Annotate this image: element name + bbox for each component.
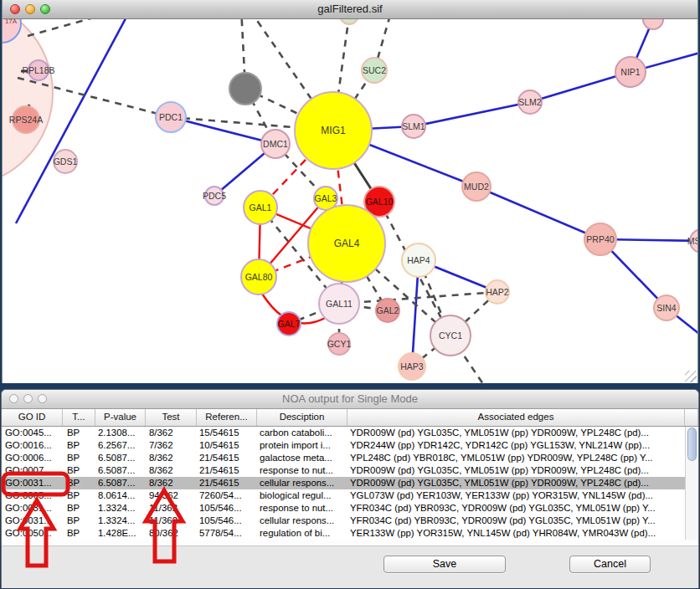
cell-description: carbon cataboli... xyxy=(257,427,347,439)
column-header-t-[interactable]: T... xyxy=(63,409,95,426)
cell-associated_edges: YDR244W (pp) YDR142C, YDR142C (pp) YGL15… xyxy=(347,439,687,452)
resize-grip[interactable] xyxy=(685,371,697,382)
cell-associated_edges: YFR034C (pd) YBR093C, YDR009W (pd) YGL03… xyxy=(347,515,687,527)
cell-test: 7/362 xyxy=(146,439,197,452)
node-label-SUC2: SUC2 xyxy=(363,65,386,75)
minimize-button[interactable] xyxy=(25,4,35,14)
table-row[interactable]: GO:0006...BP6.5087...8/36221/54615galact… xyxy=(2,452,687,464)
noa-window-titlebar[interactable]: NOA output for Single Mode xyxy=(2,390,698,409)
node-label-PDC5: PDC5 xyxy=(203,191,226,201)
cell-t: BP xyxy=(63,502,95,515)
table-row[interactable]: GO:0050...BP1.428E...80/3625778/54...reg… xyxy=(2,527,687,540)
network-graph: 17ARPL18BRPS24AGDS1PDC1DMC1MIG1SUC2SLM1S… xyxy=(3,19,697,383)
save-button[interactable]: Save xyxy=(383,556,506,573)
node-label-GAL10: GAL10 xyxy=(366,197,394,207)
cell-reference: 7260/54... xyxy=(197,489,257,502)
minimize-button[interactable] xyxy=(23,394,33,403)
cell-t: BP xyxy=(63,452,95,464)
cell-p_value: 6.5087... xyxy=(95,464,146,477)
node-label-SLM1: SLM1 xyxy=(402,121,425,131)
node-label-GCY1: GCY1 xyxy=(327,339,352,349)
node-label-GAL1: GAL1 xyxy=(250,202,272,213)
cell-t: BP xyxy=(63,427,95,439)
column-header-go-id[interactable]: GO ID xyxy=(2,409,63,426)
table-row[interactable]: GO:0031...BP1.3324...11/362105/546...res… xyxy=(2,502,687,515)
column-header-desciption[interactable]: Desciption xyxy=(257,409,347,426)
table-row[interactable]: GO:0007...BP6.5087...8/36221/54615respon… xyxy=(2,464,687,477)
column-header-associated-edges[interactable]: Associated edges xyxy=(347,409,685,426)
cell-go_id: GO:0065... xyxy=(2,489,63,502)
cell-go_id: GO:0031... xyxy=(2,515,63,527)
cell-associated_edges: YDR009W (pd) YGL035C, YML051W (pp) YDR00… xyxy=(347,477,687,489)
scrollbar-thumb[interactable] xyxy=(687,428,697,461)
cancel-button[interactable]: Cancel xyxy=(569,556,651,573)
cell-t: BP xyxy=(63,439,95,452)
edge-blue[interactable] xyxy=(414,102,530,126)
cell-test: 8/362 xyxy=(146,427,197,439)
cell-t: BP xyxy=(63,515,95,527)
network-canvas[interactable]: 17ARPL18BRPS24AGDS1PDC1DMC1MIG1SUC2SLM1S… xyxy=(3,19,697,383)
column-header-test[interactable]: Test xyxy=(146,409,197,426)
node-TOPPINK[interactable] xyxy=(643,19,663,29)
table-row[interactable]: GO:0016...BP6.2567...7/36210/54615protei… xyxy=(2,439,687,452)
node-label-TOPLEFT: 17A xyxy=(5,19,18,25)
cell-test: 80/362 xyxy=(146,527,197,540)
column-header-referen-[interactable]: Referen... xyxy=(197,409,257,426)
network-window-titlebar[interactable]: galFiltered.sif xyxy=(3,0,697,19)
node-label-DMC1: DMC1 xyxy=(263,139,288,149)
cell-test: 11/362 xyxy=(146,502,197,515)
cell-p_value: 1.3324... xyxy=(95,502,146,515)
node-label-HAP3: HAP3 xyxy=(400,361,424,371)
cell-go_id: GO:0016... xyxy=(2,439,63,452)
node-TOPGREEN[interactable] xyxy=(340,19,358,24)
cell-reference: 21/54615 xyxy=(197,452,257,464)
cell-p_value: 6.2567... xyxy=(95,439,146,452)
zoom-button[interactable] xyxy=(38,394,47,403)
noa-traffic-lights xyxy=(9,394,47,403)
table-row[interactable]: GO:0065...BP8.0614...94/3627260/54...bio… xyxy=(2,489,687,502)
node-label-NIP1: NIP1 xyxy=(620,67,641,77)
close-button[interactable] xyxy=(9,394,18,403)
zoom-button[interactable] xyxy=(40,4,50,14)
node-label-GAL3: GAL3 xyxy=(315,193,337,203)
cell-go_id: GO:0007... xyxy=(2,464,63,477)
cell-go_id: GO:0006... xyxy=(2,452,63,464)
noa-window: NOA output for Single Mode GO IDT...P-va… xyxy=(1,389,699,588)
cell-associated_edges: YDR009W (pd) YGL035C, YML051W (pp) YDR00… xyxy=(347,464,687,477)
table-row[interactable]: GO:0045...BP2.1308...8/36215/54615carbon… xyxy=(2,427,687,439)
table-row[interactable]: GO:0031...BP6.5087...8/36221/54615cellul… xyxy=(2,477,687,489)
traffic-lights xyxy=(10,4,50,14)
node-label-GAL4: GAL4 xyxy=(334,238,360,249)
node-label-SIN4: SIN4 xyxy=(656,303,677,313)
cell-associated_edges: YPL248C (pd) YBR018C, YML051W (pp) YDR00… xyxy=(347,452,687,464)
edge-gray[interactable] xyxy=(28,19,130,36)
node-label-RPL18B: RPL18B xyxy=(22,65,54,75)
noa-button-bar: Save Cancel xyxy=(2,546,698,588)
node-label-PRP40: PRP40 xyxy=(586,234,614,244)
cell-reference: 15/54615 xyxy=(197,427,257,439)
node-label-GAL7: GAL7 xyxy=(278,319,301,329)
vertical-scrollbar[interactable] xyxy=(685,427,698,540)
table-header: GO IDT...P-valueTestReferen...Desciption… xyxy=(2,409,698,427)
cell-t: BP xyxy=(63,489,95,502)
node-label-HAP4: HAP4 xyxy=(407,255,430,265)
edge-blue[interactable] xyxy=(476,187,600,239)
node-label-MSI: MSI xyxy=(687,236,697,246)
cell-t: BP xyxy=(63,527,95,540)
cell-associated_edges: YER133W (pp) YOR315W, YNL145W (pd) YHR08… xyxy=(347,527,687,540)
edge-gray[interactable] xyxy=(339,292,497,304)
table-row[interactable]: GO:0031...BP1.3324...11/362105/546...cel… xyxy=(2,515,687,527)
cell-associated_edges: YFR034C (pd) YBR093C, YDR009W (pd) YGL03… xyxy=(347,502,687,515)
column-header-p-value[interactable]: P-value xyxy=(95,409,146,426)
table-body: GO:0045...BP2.1308...8/36215/54615carbon… xyxy=(2,427,698,540)
node-BIG[interactable] xyxy=(3,19,53,187)
node-label-SLM2: SLM2 xyxy=(518,97,542,107)
cell-t: BP xyxy=(63,477,95,489)
cell-p_value: 8.0614... xyxy=(95,489,146,502)
cell-test: 94/362 xyxy=(146,489,197,502)
cell-reference: 105/546... xyxy=(197,502,257,515)
node-GRAY1[interactable] xyxy=(229,73,261,105)
close-button[interactable] xyxy=(10,4,20,14)
cell-description: regulation of bi... xyxy=(257,527,347,540)
cell-reference: 21/54615 xyxy=(197,464,257,477)
